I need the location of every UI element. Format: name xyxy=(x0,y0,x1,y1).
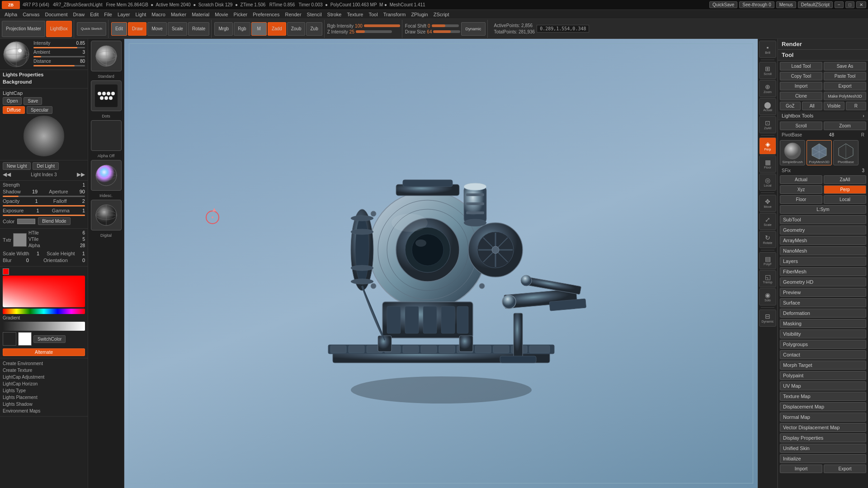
dynamic-sidebar-btn[interactable]: ⊟ Dynamic xyxy=(759,310,776,327)
rgb-button[interactable]: Rgb xyxy=(234,22,250,36)
menu-light[interactable]: Light xyxy=(132,10,149,19)
specular-button[interactable]: Specular xyxy=(27,106,52,114)
polymesh3d-thumb[interactable]: PolyMesh3D xyxy=(807,140,832,165)
import-button[interactable]: Import xyxy=(780,82,822,90)
intensity-slider[interactable] xyxy=(33,47,85,48)
menu-marker[interactable]: Marker xyxy=(168,10,189,19)
color-swatch-light[interactable] xyxy=(18,332,32,346)
lightcap-thumb-digital[interactable] xyxy=(91,200,122,230)
menu-tool[interactable]: Tool xyxy=(366,10,380,19)
dynamic-button[interactable]: Dynamic xyxy=(461,22,485,36)
scale-button[interactable]: Scale xyxy=(168,22,187,36)
open-button[interactable]: Open xyxy=(3,97,22,105)
menus-button[interactable]: Menus xyxy=(776,1,796,8)
lightcap-adjustment-link[interactable]: LightCap Adjustment xyxy=(3,374,85,380)
arraymesh-button[interactable]: ArrayMesh xyxy=(780,236,866,245)
zoub-button[interactable]: Zoub xyxy=(287,22,306,36)
export-button[interactable]: Export xyxy=(824,82,866,90)
displacement-map-button[interactable]: Displacement Map xyxy=(780,402,866,411)
zoom-button[interactable]: Zoom xyxy=(824,122,866,130)
floor-button[interactable]: Floor xyxy=(780,195,822,204)
morph-target-button[interactable]: Morph Target xyxy=(780,361,866,370)
menu-preferences[interactable]: Preferences xyxy=(250,10,282,19)
menu-macro[interactable]: Macro xyxy=(149,10,168,19)
menu-layer[interactable]: Layer xyxy=(115,10,133,19)
menu-render[interactable]: Render xyxy=(282,10,304,19)
menu-texture[interactable]: Texture xyxy=(344,10,366,19)
light-direction-sphere[interactable] xyxy=(3,41,30,68)
actual-nav-button[interactable]: Actual xyxy=(780,175,822,184)
unified-skin-button[interactable]: Unified Skin xyxy=(780,444,866,453)
export2-button[interactable]: Export xyxy=(824,465,866,473)
color-picker-area[interactable] xyxy=(3,276,85,307)
brill-button[interactable]: ▪ Brill xyxy=(759,41,776,58)
visible-button[interactable]: Visible xyxy=(824,102,844,110)
seethrough-button[interactable]: See-through 0 xyxy=(739,1,774,8)
scale-sidebar-btn[interactable]: ⤢ Scale xyxy=(759,213,776,230)
draw-button[interactable]: Draw xyxy=(128,22,146,36)
exposure-slider[interactable] xyxy=(3,215,85,216)
local-btn[interactable]: ◎ Local xyxy=(759,174,776,191)
local-button[interactable]: Local xyxy=(824,195,866,204)
uv-map-button[interactable]: UV Map xyxy=(780,381,866,390)
mrgb-button[interactable]: Mrgb xyxy=(214,22,233,36)
zoom-btn[interactable]: ⊕ Zoom xyxy=(759,80,776,97)
lights-placement-link[interactable]: Lights Placement xyxy=(3,394,85,401)
save-as-button[interactable]: Save As xyxy=(824,62,866,70)
paste-tool-button[interactable]: Paste Tool xyxy=(824,72,866,80)
shadow-slider[interactable] xyxy=(3,196,85,197)
projection-master-button[interactable]: Projection Master xyxy=(2,21,45,37)
zadd-button[interactable]: Zadd xyxy=(268,22,286,36)
menu-draw[interactable]: Draw xyxy=(71,10,88,19)
scroll-btn[interactable]: ⊞ Scroll xyxy=(759,62,776,79)
move-button[interactable]: Move xyxy=(147,22,166,36)
surface-button[interactable]: Surface xyxy=(780,298,866,307)
copy-tool-button[interactable]: Copy Tool xyxy=(780,72,822,80)
display-properties-button[interactable]: Display Properties xyxy=(780,433,866,442)
blend-mode-button[interactable]: Blend Mode xyxy=(38,217,70,225)
menu-movie[interactable]: Movie xyxy=(212,10,231,19)
floor-btn[interactable]: ▦ Floor xyxy=(759,155,776,173)
vector-displacement-map-button[interactable]: Vector Displacement Map xyxy=(780,423,866,432)
minimize-button[interactable]: − xyxy=(835,1,844,8)
polypaint-button[interactable]: Polypaint xyxy=(780,371,866,380)
menu-stroke[interactable]: Stroke xyxy=(325,10,344,19)
deformation-button[interactable]: Deformation xyxy=(780,309,866,318)
geometry-button[interactable]: Geometry xyxy=(780,225,866,235)
quicksave-button[interactable]: QuickSave xyxy=(709,1,737,8)
lightcap-horizon-link[interactable]: LightCap Horizon xyxy=(3,380,85,387)
color-swatch[interactable] xyxy=(17,219,35,224)
contact-button[interactable]: Contact xyxy=(780,350,866,359)
load-tool-button[interactable]: Load Tool xyxy=(780,62,822,70)
light-index-next[interactable]: ▶▶ xyxy=(77,171,85,178)
import2-button[interactable]: Import xyxy=(780,465,822,473)
lightcap-thumb-dots[interactable] xyxy=(91,80,122,111)
del-light-button[interactable]: Del Light xyxy=(33,162,58,170)
new-light-button[interactable]: New Light xyxy=(3,162,31,170)
make-polymesh3d-button[interactable]: Make PolyMesh3D xyxy=(824,92,866,100)
initialize-button[interactable]: Initialize xyxy=(780,454,866,463)
zaall-nav-button[interactable]: ZaAll xyxy=(824,175,866,184)
menu-zplugin[interactable]: ZPlugin xyxy=(408,10,430,19)
menu-edit[interactable]: Edit xyxy=(87,10,101,19)
texture-map-button[interactable]: Texture Map xyxy=(780,392,866,401)
save-button[interactable]: Save xyxy=(24,97,42,105)
quick-sketch-button[interactable]: Quick Sketch xyxy=(77,22,106,36)
r-button[interactable]: R xyxy=(846,102,867,110)
script-button[interactable]: DefaultZScript xyxy=(798,1,833,8)
xyz-button[interactable]: Xyz xyxy=(780,185,822,194)
simple-brush-thumb[interactable]: SimpleBrush xyxy=(780,140,805,165)
all-button[interactable]: All xyxy=(802,102,823,110)
layers-button[interactable]: Layers xyxy=(780,257,866,266)
opacity-slider[interactable] xyxy=(3,205,85,206)
clone-button[interactable]: Clone xyxy=(780,92,822,100)
alternate-button[interactable]: Alternate xyxy=(3,348,85,356)
lightcap-thumb-iridesc[interactable] xyxy=(91,160,122,191)
menu-canvas[interactable]: Canvas xyxy=(20,10,42,19)
lightbox-tools-section[interactable]: Lightbox Tools › xyxy=(778,112,868,120)
hue-bar[interactable] xyxy=(3,309,85,314)
texture-swatch[interactable] xyxy=(13,233,27,247)
perp-btn[interactable]: ◈ Perp xyxy=(759,137,776,155)
transp-btn[interactable]: ◱ Transp xyxy=(759,270,776,287)
menu-picker[interactable]: Picker xyxy=(231,10,250,19)
